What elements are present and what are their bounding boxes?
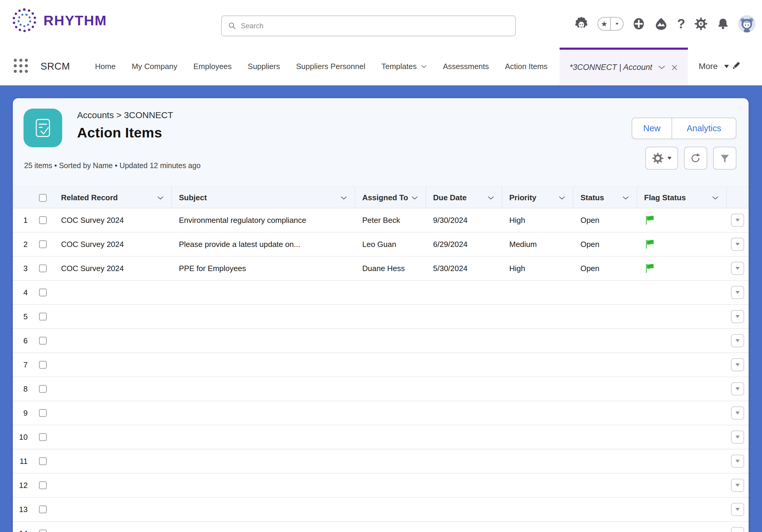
favorites-control[interactable]: ★: [597, 17, 624, 31]
chevron-down-icon[interactable]: [411, 196, 418, 200]
row-checkbox[interactable]: [39, 530, 47, 532]
table-header: Related Record Subject Assigned To Due D…: [13, 186, 749, 208]
row-checkbox[interactable]: [39, 240, 47, 248]
tab-suppliers[interactable]: Suppliers: [248, 62, 280, 71]
row-checkbox[interactable]: [39, 289, 47, 297]
row-actions-button[interactable]: [731, 479, 744, 492]
row-actions-button[interactable]: [731, 382, 744, 395]
table-row-loading: 13: [13, 498, 749, 522]
column-header-assigned-to[interactable]: Assigned To: [355, 187, 426, 209]
cell-priority: Medium: [502, 240, 573, 249]
tab-employees[interactable]: Employees: [193, 62, 232, 71]
new-button[interactable]: New: [632, 118, 672, 139]
row-checkbox[interactable]: [39, 481, 47, 489]
row-actions-button[interactable]: [731, 455, 744, 468]
chevron-down-icon[interactable]: [559, 196, 565, 200]
cell-subject[interactable]: Environmental regulatory compliance: [172, 216, 355, 225]
row-actions-button[interactable]: [731, 214, 744, 227]
list-view-header: Accounts > 3CONNECT Action Items 25 item…: [13, 98, 749, 186]
row-checkbox[interactable]: [39, 409, 47, 417]
chevron-down-icon[interactable]: [622, 196, 629, 200]
cell-subject[interactable]: PPE for Employees: [172, 264, 355, 273]
tab-my-company[interactable]: My Company: [132, 62, 178, 71]
cell-flag-status: [637, 239, 726, 250]
table-row: 1 COC Survey 2024 Environmental regulato…: [13, 208, 749, 233]
column-header-related-record[interactable]: Related Record: [56, 187, 172, 209]
app-navigation-bar: SRCM Home My Company Employees Suppliers…: [0, 48, 762, 85]
row-actions-button[interactable]: [731, 358, 744, 371]
brand-name: RHYTHM: [43, 12, 107, 29]
row-number: 8: [13, 384, 30, 394]
analytics-button[interactable]: Analytics: [672, 118, 736, 139]
active-workspace-tab[interactable]: *3CONNECT | Account: [560, 48, 688, 85]
tab-home[interactable]: Home: [95, 62, 115, 71]
list-view-card: Accounts > 3CONNECT Action Items 25 item…: [13, 98, 749, 532]
tab-assessments[interactable]: Assessments: [443, 62, 489, 71]
favorites-star-icon[interactable]: ★: [598, 20, 610, 28]
tab-actions-chevron-icon[interactable]: [658, 65, 665, 69]
list-settings-button[interactable]: [645, 147, 678, 169]
row-actions-button[interactable]: [731, 238, 744, 251]
column-header-due-date[interactable]: Due Date: [426, 187, 502, 209]
row-actions-button[interactable]: [731, 527, 744, 532]
search-input[interactable]: [241, 22, 509, 30]
tab-action-items[interactable]: Action Items: [505, 62, 548, 71]
column-header-flag-status[interactable]: Flag Status: [637, 187, 726, 209]
chevron-down-icon[interactable]: [157, 196, 164, 200]
row-actions-button[interactable]: [731, 431, 744, 444]
global-header: RHYTHM ★: [0, 0, 762, 48]
select-all-checkbox[interactable]: [39, 194, 47, 202]
row-checkbox[interactable]: [39, 433, 47, 441]
cell-related-record[interactable]: COC Survey 2024: [56, 264, 172, 273]
row-actions-button[interactable]: [731, 503, 744, 516]
settings-caret-icon: [667, 157, 671, 160]
global-add-icon[interactable]: [633, 17, 645, 31]
row-checkbox[interactable]: [39, 385, 47, 393]
app-launcher-icon[interactable]: [13, 57, 29, 75]
row-actions-button[interactable]: [731, 286, 744, 299]
cell-related-record[interactable]: COC Survey 2024: [56, 216, 172, 225]
chevron-down-icon[interactable]: [488, 196, 494, 200]
avatar[interactable]: [738, 15, 755, 33]
table-row-loading: 12: [13, 473, 749, 498]
row-actions-button[interactable]: [731, 334, 744, 347]
row-checkbox[interactable]: [39, 265, 47, 272]
column-header-priority[interactable]: Priority: [502, 187, 573, 209]
more-caret-icon: [724, 65, 729, 68]
refresh-button[interactable]: [684, 147, 707, 169]
notifications-icon[interactable]: [717, 17, 729, 31]
cell-subject[interactable]: Please provide a latest update on...: [172, 240, 355, 249]
more-tabs-menu[interactable]: More: [699, 62, 729, 71]
table-row-loading: 8: [13, 377, 749, 401]
help-icon[interactable]: ?: [677, 16, 685, 31]
row-checkbox[interactable]: [39, 457, 47, 465]
breadcrumb[interactable]: Accounts > 3CONNECT: [77, 110, 173, 120]
row-actions-button[interactable]: [731, 310, 744, 323]
column-header-subject[interactable]: Subject: [172, 187, 355, 209]
edit-navigation-pencil-icon[interactable]: [730, 60, 741, 72]
row-checkbox[interactable]: [39, 216, 47, 224]
tab-templates[interactable]: Templates: [381, 62, 427, 71]
row-checkbox[interactable]: [39, 337, 47, 345]
filter-button[interactable]: [713, 147, 736, 169]
chevron-down-icon[interactable]: [341, 196, 347, 200]
cell-assigned-to: Duane Hess: [355, 264, 426, 273]
einstein-icon[interactable]: [574, 17, 588, 31]
row-checkbox[interactable]: [39, 505, 47, 513]
trailhead-icon[interactable]: [654, 17, 668, 31]
list-control-buttons: [645, 147, 736, 169]
row-checkbox[interactable]: [39, 361, 47, 368]
setup-icon[interactable]: [694, 17, 708, 31]
cell-assigned-to: Leo Guan: [355, 240, 426, 249]
tab-suppliers-personnel[interactable]: Suppliers Personnel: [296, 62, 365, 71]
row-checkbox[interactable]: [39, 313, 47, 320]
row-actions-button[interactable]: [731, 262, 744, 275]
rhythm-logo-icon: [13, 8, 36, 32]
favorites-list-caret[interactable]: [611, 22, 623, 26]
cell-related-record[interactable]: COC Survey 2024: [56, 240, 172, 249]
row-actions-button[interactable]: [731, 406, 744, 420]
close-icon[interactable]: [671, 64, 678, 71]
column-header-status[interactable]: Status: [573, 187, 637, 209]
global-search[interactable]: [221, 16, 516, 36]
chevron-down-icon[interactable]: [712, 196, 719, 200]
